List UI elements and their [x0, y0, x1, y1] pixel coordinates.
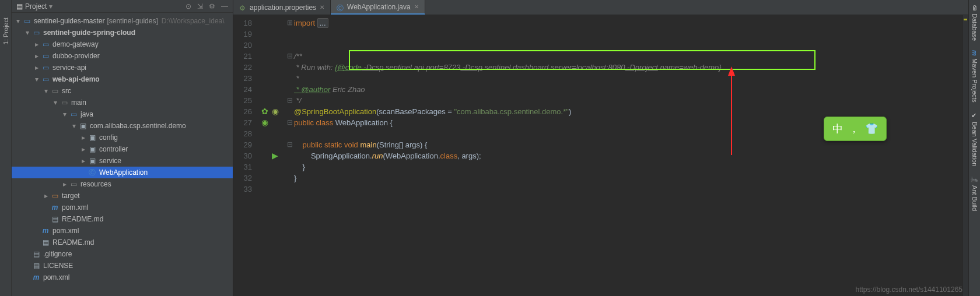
tree-item[interactable]: ▸▣config: [12, 132, 233, 143]
code-token: }: [294, 163, 305, 171]
ant-icon: 🐜: [971, 175, 978, 183]
tree-item[interactable]: ▸▭resources: [12, 178, 233, 190]
tab-webapplication[interactable]: Ⓒ WebApplication.java ✕: [331, 0, 425, 15]
tree-item[interactable]: ▸▭dubbo-provider: [12, 50, 233, 62]
tree-item[interactable]: ▸▭service-api: [12, 62, 233, 73]
code-token: {: [388, 118, 393, 127]
tree-item[interactable]: ▸▣controller: [12, 143, 233, 155]
code-token: ): [569, 107, 571, 116]
editor[interactable]: 18 19 20 21 22 23 24 25 26 27 28 29 30 3…: [233, 15, 968, 296]
tree-item[interactable]: ▤.gitignore: [12, 248, 233, 260]
tree-label: demo-gateway: [52, 40, 99, 48]
line-number: 31: [233, 161, 252, 172]
tree-label: web-api-demo: [52, 75, 100, 83]
folder-icon: ▭: [60, 98, 69, 107]
tree-label: pom.xml: [62, 203, 88, 212]
folder-icon: ▭: [50, 87, 60, 95]
rail-bean-validation[interactable]: ✔Bean Validation: [971, 112, 978, 166]
ime-badge[interactable]: 中 ， 👕: [824, 117, 887, 141]
tree-item[interactable]: ▾▭main: [12, 97, 233, 108]
code-token: * Run with:: [294, 63, 335, 72]
tree-item[interactable]: mpom.xml: [12, 225, 233, 237]
gear-icon[interactable]: ⚙: [209, 2, 215, 10]
line-number: 29: [233, 139, 252, 150]
properties-icon: ⚙: [239, 4, 246, 11]
tree-path: D:\Workspace_idea\: [162, 17, 225, 25]
file-icon: ▤: [32, 262, 41, 270]
line-number: 27: [233, 117, 252, 128]
run-gutter-icon[interactable]: ◉: [261, 118, 268, 127]
tree-label: sentinel-guide-spring-cloud: [43, 29, 135, 37]
tree-item[interactable]: ▸▭target: [12, 190, 233, 202]
tree-label: config: [99, 133, 118, 142]
tree-item[interactable]: ▾▭java: [12, 108, 233, 120]
tree-item[interactable]: ▸▣service: [12, 155, 233, 167]
code-token: -Dcsp: [362, 63, 384, 72]
dropdown-icon[interactable]: ▾: [49, 2, 52, 10]
tab-label: application.properties: [250, 3, 316, 12]
right-tool-rail: 🛢Database mMaven Projects ✔Bean Validati…: [968, 0, 980, 296]
rail-maven[interactable]: mMaven Projects: [971, 50, 978, 103]
tree-root[interactable]: ▾▭ sentinel-guides-master [sentinel-guid…: [12, 15, 233, 27]
warning-mark[interactable]: [964, 19, 967, 20]
spring-icon[interactable]: ✿: [261, 107, 268, 116]
line-number: 33: [233, 184, 252, 195]
code-token: (WebApplication.: [383, 151, 440, 160]
tree-item[interactable]: ▤README.md: [12, 213, 233, 225]
code-token: class: [440, 151, 458, 160]
md-icon: ▤: [41, 238, 50, 246]
fold-icon[interactable]: ⊞: [286, 17, 294, 29]
tree-label: pom.xml: [52, 227, 79, 235]
error-stripe[interactable]: [963, 15, 968, 296]
code-token: SpringApplication.: [294, 151, 372, 160]
fold-ellipsis[interactable]: ...: [317, 18, 328, 28]
maven-icon: m: [971, 50, 978, 56]
locate-icon[interactable]: ⊙: [186, 2, 191, 10]
run-method-icon[interactable]: ▶: [272, 151, 278, 160]
tab-application-properties[interactable]: ⚙ application.properties ✕: [233, 0, 331, 15]
tree-item[interactable]: mpom.xml: [12, 202, 233, 213]
maven-icon: m: [41, 227, 50, 235]
target-icon: ▭: [50, 192, 60, 200]
shirt-icon: 👕: [865, 122, 878, 135]
tree-item[interactable]: ▾▣com.alibaba.csp.sentinel.demo: [12, 120, 233, 132]
tree-item[interactable]: ▤README.md: [12, 237, 233, 248]
tree-item[interactable]: ▤LICENSE: [12, 260, 233, 272]
code-token: scanBasePackages: [379, 107, 445, 116]
tree-module[interactable]: ▾▭ sentinel-guide-spring-cloud: [12, 27, 233, 38]
ime-char: 中: [832, 122, 843, 136]
left-tool-rail: 1: Project: [0, 0, 12, 296]
code-token: *: [294, 74, 299, 83]
run-class-icon[interactable]: ◉: [272, 107, 279, 116]
hide-icon[interactable]: —: [221, 2, 228, 10]
code-content[interactable]: import ... /** * Run with: {@code -Dcsp.…: [294, 15, 963, 296]
database-icon: 🛢: [971, 5, 978, 11]
watermark: https://blog.csdn.net/s1441101265: [856, 286, 963, 294]
tree-item[interactable]: ▾▭src: [12, 85, 233, 97]
rail-ant-build[interactable]: 🐜Ant Build: [971, 175, 978, 211]
module-icon: ▭: [22, 17, 32, 25]
tree-item-selected[interactable]: ⒸWebApplication: [12, 167, 233, 178]
line-number: 21: [233, 51, 252, 62]
package-icon: ▣: [88, 145, 97, 153]
tree-label: WebApplication: [99, 168, 148, 177]
tree-label: service-api: [52, 64, 86, 72]
code-token: Eric Zhao: [330, 85, 365, 94]
close-icon[interactable]: ✕: [320, 4, 324, 10]
tree-item[interactable]: ▾▭web-api-demo: [12, 73, 233, 85]
tree-label: pom.xml: [43, 273, 69, 281]
project-tool-tab[interactable]: 1: Project: [2, 17, 9, 44]
fold-icon[interactable]: ⊟: [286, 117, 294, 128]
fold-icon[interactable]: ⊟: [286, 139, 294, 150]
tree-label: sentinel-guides-master: [34, 17, 104, 25]
tree-item[interactable]: mpom.xml: [12, 272, 233, 283]
collapse-icon[interactable]: ⇲: [197, 2, 203, 10]
bean-icon: ✔: [971, 112, 978, 119]
project-tree[interactable]: ▾▭ sentinel-guides-master [sentinel-guid…: [12, 13, 233, 296]
tree-item[interactable]: ▸▭demo-gateway: [12, 38, 233, 50]
fold-icon[interactable]: ⊟: [286, 95, 294, 106]
fold-icon[interactable]: ⊟: [286, 51, 294, 62]
close-icon[interactable]: ✕: [414, 3, 419, 10]
maven-icon: m: [50, 203, 60, 212]
rail-database[interactable]: 🛢Database: [971, 5, 978, 41]
